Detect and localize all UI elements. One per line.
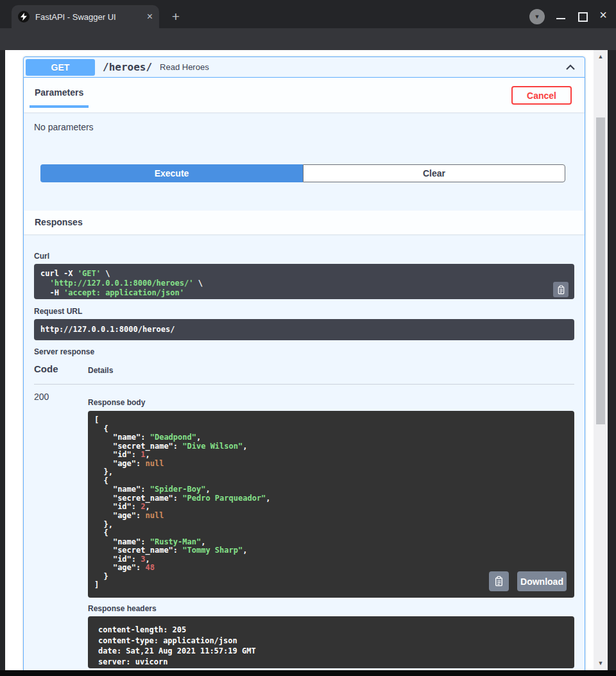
fastapi-favicon-icon bbox=[18, 11, 30, 22]
endpoint-summary: Read Heroes bbox=[160, 62, 565, 72]
request-url-value: http://127.0.0.1:8000/heroes/ bbox=[34, 319, 574, 340]
scrollbar-thumb[interactable] bbox=[596, 117, 605, 424]
clear-button[interactable]: Clear bbox=[303, 164, 565, 182]
browser-tab[interactable]: FastAPI - Swagger UI × bbox=[12, 5, 159, 28]
execute-button-group: Execute Clear bbox=[40, 164, 565, 182]
details-column-header: Details bbox=[88, 366, 113, 375]
parameters-tab-underline bbox=[30, 105, 89, 108]
table-divider bbox=[34, 384, 574, 385]
response-headers-label: Response headers bbox=[88, 604, 157, 613]
responses-title: Responses bbox=[35, 217, 83, 227]
swagger-page: GET /heroes/ Read Heroes Parameters Canc… bbox=[5, 50, 594, 670]
execute-button[interactable]: Execute bbox=[40, 164, 303, 182]
method-badge: GET bbox=[26, 59, 95, 76]
no-parameters-text: No parameters bbox=[34, 122, 94, 132]
responses-header: Responses bbox=[24, 211, 585, 234]
page-scrollbar[interactable]: ▲ ▼ bbox=[594, 50, 608, 670]
parameters-title: Parameters bbox=[35, 87, 83, 98]
scrollbar-down-icon[interactable]: ▼ bbox=[594, 660, 608, 666]
code-column-header: Code bbox=[34, 363, 58, 374]
window-frame-bottom bbox=[0, 670, 616, 676]
tab-title: FastAPI - Swagger UI bbox=[35, 12, 147, 22]
window-close-button[interactable]: × bbox=[597, 8, 610, 22]
window-frame-right bbox=[608, 50, 616, 676]
curl-copy-button[interactable] bbox=[553, 282, 569, 297]
curl-label: Curl bbox=[34, 252, 49, 261]
collapse-chevron-icon[interactable] bbox=[565, 64, 576, 71]
request-url-label: Request URL bbox=[34, 307, 82, 316]
parameters-header: Parameters Cancel bbox=[24, 78, 585, 112]
response-body-json: [ { "name": "Deadpond", "secret_name": "… bbox=[88, 411, 574, 598]
opblock-summary[interactable]: GET /heroes/ Read Heroes bbox=[24, 57, 585, 78]
tab-close-icon[interactable]: × bbox=[147, 12, 153, 22]
window-caret-icon[interactable]: ▼ bbox=[529, 9, 545, 24]
tab-bar: FastAPI - Swagger UI × + ▼ × bbox=[0, 0, 616, 28]
window-maximize-button[interactable] bbox=[578, 12, 588, 22]
response-copy-button[interactable] bbox=[489, 571, 509, 591]
response-headers: content-length: 205content-type: applica… bbox=[88, 616, 574, 668]
download-button[interactable]: Download bbox=[517, 571, 567, 591]
response-body-label: Response body bbox=[88, 398, 145, 407]
scrollbar-up-icon[interactable]: ▲ bbox=[594, 53, 608, 60]
new-tab-button[interactable]: + bbox=[167, 8, 185, 26]
window-minimize-button[interactable] bbox=[556, 18, 565, 19]
endpoint-path: /heroes/ bbox=[103, 61, 152, 73]
browser-toolbar: ← → ↻ ⓘ 127.0.0.1:8000/docs#/default/rea… bbox=[0, 28, 616, 50]
server-response-label: Server response bbox=[34, 347, 94, 356]
window-frame-left bbox=[0, 50, 5, 676]
curl-command: curl -X 'GET' \ 'http://127.0.0.1:8000/h… bbox=[34, 264, 574, 299]
cancel-button[interactable]: Cancel bbox=[511, 86, 572, 105]
status-code: 200 bbox=[34, 392, 49, 402]
